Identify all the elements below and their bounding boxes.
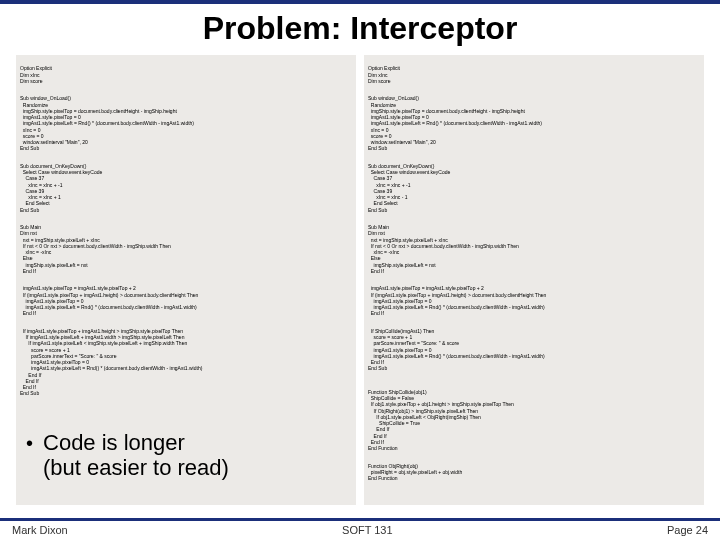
code-right-fn1: Function ShipCollide(obj1) ShipCollide =… bbox=[368, 389, 700, 452]
code-right-main3: If ShipCollide(imgAst1) Then score = sco… bbox=[368, 328, 700, 372]
code-right-fn2: Function ObjRight(obj) pixelRight = obj.… bbox=[368, 463, 700, 482]
code-left-onkey: Sub document_OnKeyDown() Select Case win… bbox=[20, 163, 352, 213]
code-left-main2: imgAst1.style.pixelTop = imgAst1.style.p… bbox=[20, 285, 352, 316]
code-right-onkey: Sub document_OnKeyDown() Select Case win… bbox=[368, 163, 700, 213]
bullet-line-1: Code is longer bbox=[43, 430, 185, 455]
footer-course: SOFT 131 bbox=[342, 524, 393, 536]
footer-author: Mark Dixon bbox=[12, 524, 68, 536]
bullet-dot-icon: • bbox=[26, 430, 33, 456]
code-right-main1: Sub Main Dim nxt nxt = imgShip.style.pix… bbox=[368, 224, 700, 274]
code-left-onload: Sub window_OnLoad() Randomize imgShip.st… bbox=[20, 95, 352, 151]
code-left-header: Option Explicit Dim xInc Dim score bbox=[20, 65, 352, 84]
code-right-main2: imgAst1.style.pixelTop = imgAst1.style.p… bbox=[368, 285, 700, 316]
code-right: Option Explicit Dim xInc Dim score Sub w… bbox=[364, 55, 704, 505]
bullet-list: • Code is longer (but easier to read) bbox=[26, 430, 229, 481]
slide-title: Problem: Interceptor bbox=[0, 4, 720, 55]
code-left-main3: If imgAst1.style.pixelTop + imgAst1.heig… bbox=[20, 328, 352, 397]
footer-page: Page 24 bbox=[667, 524, 708, 536]
bullet-line-2: (but easier to read) bbox=[43, 455, 229, 480]
code-right-onload: Sub window_OnLoad() Randomize imgShip.st… bbox=[368, 95, 700, 151]
bullet-text: Code is longer (but easier to read) bbox=[43, 430, 229, 481]
slide-footer: Mark Dixon SOFT 131 Page 24 bbox=[0, 518, 720, 540]
code-left-main1: Sub Main Dim nxt nxt = imgShip.style.pix… bbox=[20, 224, 352, 274]
code-right-header: Option Explicit Dim xInc Dim score bbox=[368, 65, 700, 84]
